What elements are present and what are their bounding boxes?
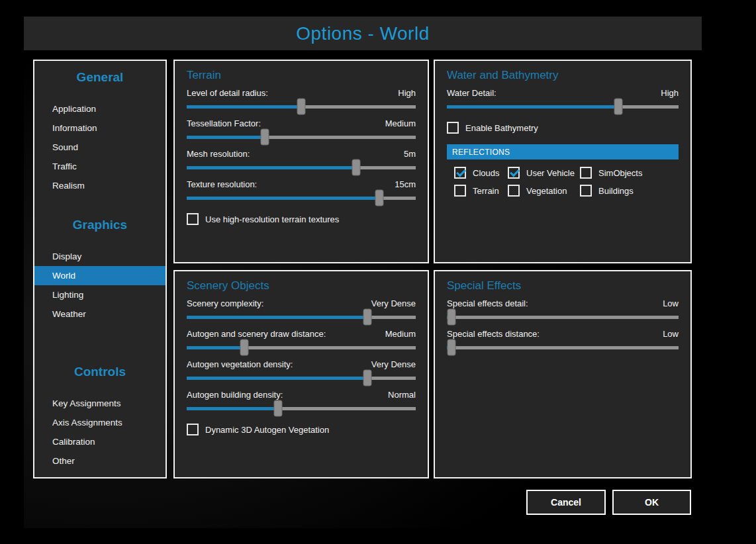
- vegetation-density-value: Very Dense: [371, 359, 416, 369]
- ok-button[interactable]: OK: [612, 490, 691, 515]
- texture-resolution-slider[interactable]: [187, 197, 416, 200]
- enable-bathymetry-checkbox[interactable]: [447, 122, 459, 134]
- sidebar-item-calibration[interactable]: Calibration: [34, 432, 165, 451]
- effects-detail-slider[interactable]: [447, 316, 679, 319]
- reflection-buildings-row[interactable]: Buildings: [580, 185, 679, 197]
- vegetation-density-slider-thumb[interactable]: [363, 370, 372, 386]
- reflection-vegetation-row[interactable]: Vegetation: [508, 185, 580, 197]
- vegetation-density-row: Autogen vegetation density: Very Dense: [187, 359, 416, 384]
- scenery-complexity-slider[interactable]: [187, 316, 416, 319]
- water-detail-value: High: [661, 88, 679, 98]
- tessellation-slider[interactable]: [187, 136, 416, 139]
- reflection-terrain-checkbox[interactable]: [454, 185, 466, 197]
- sidebar-item-traffic[interactable]: Traffic: [34, 157, 165, 176]
- sidebar-item-information[interactable]: Information: [34, 118, 165, 138]
- sidebar-item-realism[interactable]: Realism: [34, 176, 165, 195]
- high-res-textures-label: Use high-resolution terrain textures: [205, 214, 339, 224]
- water-detail-slider-thumb[interactable]: [614, 99, 623, 115]
- draw-distance-row: Autogen and scenery draw distance: Mediu…: [187, 329, 416, 353]
- reflection-vegetation-checkbox[interactable]: [508, 185, 520, 197]
- tessellation-slider-thumb[interactable]: [260, 129, 269, 146]
- reflection-simobjects-row[interactable]: SimObjects: [580, 167, 679, 179]
- water-detail-row: Water Detail: High: [447, 88, 679, 113]
- water-detail-slider[interactable]: [447, 105, 679, 109]
- texture-resolution-slider-thumb[interactable]: [375, 190, 383, 206]
- sidebar-item-weather[interactable]: Weather: [34, 304, 165, 324]
- water-detail-label: Water Detail:: [447, 88, 496, 98]
- effects-distance-label: Special effects distance:: [447, 329, 540, 339]
- reflection-vegetation-label: Vegetation: [526, 186, 567, 196]
- draw-distance-slider[interactable]: [187, 346, 416, 349]
- reflection-buildings-label: Buildings: [598, 186, 634, 196]
- texture-resolution-row: Texture resolution: 15cm: [187, 179, 416, 204]
- reflection-user-vehicle-label: User Vehicle: [526, 168, 575, 178]
- tessellation-row: Tessellation Factor: Medium: [187, 118, 416, 143]
- mesh-resolution-label: Mesh resolution:: [187, 149, 250, 159]
- cancel-button[interactable]: Cancel: [526, 490, 606, 515]
- effects-detail-row: Special effects detail: Low: [447, 298, 679, 323]
- building-density-row: Autogen building density: Normal: [187, 390, 416, 414]
- sidebar-section-controls: Controls: [34, 365, 165, 379]
- water-panel-title: Water and Bathymetry: [447, 69, 679, 82]
- mesh-resolution-slider-thumb[interactable]: [352, 159, 361, 176]
- texture-resolution-value: 15cm: [395, 179, 416, 189]
- reflections-header-bar: REFLECTIONS: [447, 144, 679, 159]
- sidebar-item-sound[interactable]: Sound: [34, 138, 165, 157]
- sidebar-item-other[interactable]: Other: [34, 451, 165, 471]
- scenery-panel: Scenery Objects Scenery complexity: Very…: [173, 270, 429, 478]
- effects-detail-value: Low: [663, 298, 679, 308]
- scenery-complexity-value: Very Dense: [371, 298, 416, 308]
- reflection-simobjects-checkbox[interactable]: [580, 167, 592, 179]
- reflection-clouds-checkbox[interactable]: [454, 167, 466, 179]
- sidebar-item-application[interactable]: Application: [34, 99, 165, 118]
- lod-radius-label: Level of detail radius:: [187, 88, 268, 98]
- reflections-options: Clouds User Vehicle SimObjects Terrain V…: [447, 167, 679, 197]
- sidebar-item-lighting[interactable]: Lighting: [34, 285, 165, 304]
- options-dialog: Options - World General Application Info…: [0, 0, 756, 544]
- dynamic-vegetation-checkbox[interactable]: [187, 424, 199, 435]
- vegetation-density-label: Autogen vegetation density:: [187, 359, 293, 369]
- scenery-complexity-slider-thumb[interactable]: [363, 309, 372, 326]
- draw-distance-value: Medium: [385, 329, 416, 339]
- reflection-buildings-checkbox[interactable]: [580, 185, 592, 197]
- sidebar-item-display[interactable]: Display: [34, 247, 165, 266]
- high-res-textures-checkbox[interactable]: [187, 213, 199, 225]
- dynamic-vegetation-checkbox-row[interactable]: Dynamic 3D Autogen Vegetation: [187, 424, 416, 435]
- dialog-title: Options - World: [296, 23, 430, 44]
- effects-distance-value: Low: [663, 329, 679, 339]
- sidebar-section-general: General: [34, 70, 165, 85]
- tessellation-value: Medium: [385, 118, 416, 128]
- terrain-panel: Terrain Level of detail radius: High Tes…: [173, 60, 429, 263]
- effects-distance-slider[interactable]: [447, 346, 679, 349]
- effects-distance-slider-thumb[interactable]: [448, 340, 456, 356]
- vegetation-density-slider[interactable]: [187, 377, 416, 380]
- effects-detail-slider-thumb[interactable]: [448, 309, 456, 326]
- sidebar: General Application Information Sound Tr…: [33, 60, 167, 478]
- sidebar-item-world[interactable]: World: [34, 266, 165, 285]
- tessellation-label: Tessellation Factor:: [187, 118, 261, 128]
- effects-detail-label: Special effects detail:: [447, 298, 528, 308]
- draw-distance-label: Autogen and scenery draw distance:: [187, 329, 326, 339]
- sidebar-item-axis-assignments[interactable]: Axis Assignments: [34, 413, 165, 432]
- building-density-slider[interactable]: [187, 407, 416, 410]
- draw-distance-slider-thumb[interactable]: [240, 340, 248, 356]
- mesh-resolution-row: Mesh resolution: 5m: [187, 149, 416, 173]
- texture-resolution-label: Texture resolution:: [187, 179, 257, 189]
- terrain-panel-title: Terrain: [187, 69, 416, 82]
- high-res-textures-checkbox-row[interactable]: Use high-resolution terrain textures: [187, 213, 416, 225]
- lod-radius-value: High: [398, 88, 416, 98]
- reflection-clouds-label: Clouds: [473, 168, 499, 178]
- enable-bathymetry-checkbox-row[interactable]: Enable Bathymetry: [447, 122, 679, 134]
- special-effects-panel: Special Effects Special effects detail: …: [434, 270, 692, 478]
- reflection-clouds-row[interactable]: Clouds: [454, 167, 508, 179]
- lod-radius-slider-thumb[interactable]: [297, 99, 306, 115]
- mesh-resolution-value: 5m: [404, 149, 416, 159]
- reflection-user-vehicle-row[interactable]: User Vehicle: [508, 167, 580, 179]
- mesh-resolution-slider[interactable]: [187, 166, 416, 169]
- building-density-slider-thumb[interactable]: [274, 400, 283, 417]
- effects-distance-row: Special effects distance: Low: [447, 329, 679, 353]
- reflection-user-vehicle-checkbox[interactable]: [508, 167, 520, 179]
- lod-radius-slider[interactable]: [187, 105, 416, 109]
- reflection-terrain-row[interactable]: Terrain: [454, 185, 508, 197]
- sidebar-item-key-assignments[interactable]: Key Assignments: [34, 394, 165, 413]
